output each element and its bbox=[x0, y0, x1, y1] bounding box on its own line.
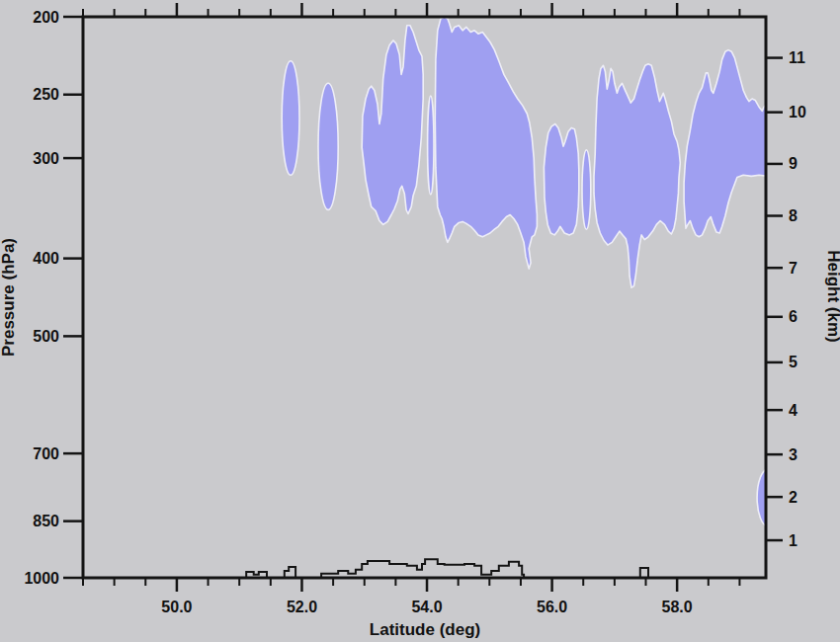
terrain-layer bbox=[246, 559, 648, 578]
x-axis-title: Latitude (deg) bbox=[370, 620, 480, 639]
pressure-tick-label: 300 bbox=[33, 150, 59, 167]
height-tick-label: 1 bbox=[789, 532, 798, 549]
height-tick-label: 3 bbox=[789, 446, 798, 463]
height-tick-label: 7 bbox=[789, 260, 798, 277]
cloud-shaded-layer bbox=[282, 17, 780, 526]
cloud-region-band-54-55.7N bbox=[435, 17, 537, 269]
height-tick-label: 4 bbox=[789, 402, 798, 419]
pressure-tick-label: 250 bbox=[33, 86, 59, 103]
terrain-outline bbox=[246, 559, 648, 578]
cross-section-figure: 50.052.054.056.058.020025030040050070085… bbox=[0, 0, 840, 642]
y-axis-title-right: Height (km) bbox=[824, 250, 840, 343]
pressure-tick-label: 700 bbox=[33, 445, 59, 462]
height-tick-label: 9 bbox=[789, 155, 798, 172]
cloud-region-band-57-58N bbox=[594, 64, 680, 287]
pressure-tick-label: 400 bbox=[33, 250, 59, 267]
height-tick-label: 5 bbox=[789, 354, 798, 370]
x-tick-label: 56.0 bbox=[537, 599, 567, 615]
cloud-region-small-cell-1 bbox=[282, 61, 299, 176]
y-axis-title-left: Pressure (hPa) bbox=[0, 238, 18, 357]
x-tick-label: 52.0 bbox=[287, 599, 317, 615]
x-tick-label: 54.0 bbox=[411, 599, 442, 615]
cloud-region-small-cell-2 bbox=[318, 83, 338, 209]
cloud-region-band-53N bbox=[362, 26, 423, 225]
pressure-tick-label: 200 bbox=[33, 9, 59, 26]
height-tick-label: 6 bbox=[789, 308, 798, 325]
height-tick-label: 8 bbox=[789, 207, 798, 224]
x-tick-label: 50.0 bbox=[161, 599, 192, 615]
cloud-region-band-58.5-59.4N bbox=[684, 50, 768, 237]
cloud-region-band-56N bbox=[544, 124, 578, 235]
height-tick-label: 11 bbox=[789, 49, 805, 66]
x-tick-label: 58.0 bbox=[662, 599, 693, 615]
pressure-tick-label: 500 bbox=[33, 328, 59, 345]
pressure-tick-label: 850 bbox=[33, 513, 59, 529]
height-tick-label: 2 bbox=[789, 489, 798, 506]
pressure-tick-label: 1000 bbox=[24, 570, 59, 587]
height-tick-label: 10 bbox=[789, 104, 806, 120]
cloud-region-thin-sliver-1 bbox=[428, 96, 434, 195]
cloud-region-thin-sliver-2 bbox=[582, 150, 591, 229]
latitude-pressure-plot: 50.052.054.056.058.020025030040050070085… bbox=[0, 0, 840, 642]
